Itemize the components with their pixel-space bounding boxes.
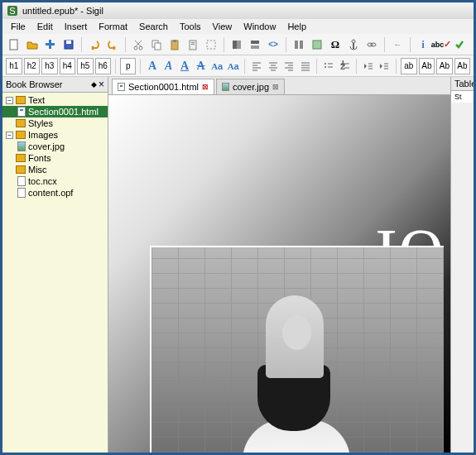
- menubar: File Edit Insert Format Search Tools Vie…: [2, 19, 474, 34]
- uppercase-button[interactable]: Ab: [454, 58, 471, 74]
- insert-file-icon[interactable]: [309, 36, 325, 53]
- titlecase-button[interactable]: Ab: [419, 58, 435, 74]
- html-file-icon: [17, 107, 26, 117]
- svg-rect-6: [66, 41, 71, 44]
- align-left-icon[interactable]: [249, 58, 264, 74]
- editor-content[interactable]: Ю: [108, 95, 450, 453]
- p-button[interactable]: p: [120, 58, 137, 74]
- bold-icon[interactable]: A: [145, 58, 160, 74]
- add-icon[interactable]: [42, 36, 59, 53]
- folder-icon: [16, 131, 26, 139]
- toolbar-main: <> Ω ← i abc✓: [2, 34, 474, 55]
- indent-more-icon[interactable]: [377, 58, 392, 74]
- align-center-icon[interactable]: [266, 58, 281, 74]
- menu-help[interactable]: Help: [282, 20, 311, 33]
- tab-cover[interactable]: cover.jpg ⊠: [216, 79, 285, 94]
- toolbar-format: h1 h2 h3 h4 h5 h6 p A A A A Aa Aa 12 ab …: [2, 55, 474, 77]
- h1-button[interactable]: h1: [6, 58, 22, 74]
- save-icon[interactable]: [60, 36, 77, 53]
- menu-search[interactable]: Search: [134, 20, 173, 33]
- menu-tools[interactable]: Tools: [175, 20, 206, 33]
- redo-icon[interactable]: [104, 36, 121, 53]
- back-icon[interactable]: ←: [389, 36, 406, 53]
- svg-text:2: 2: [340, 61, 345, 71]
- tree-folder-images[interactable]: −Images: [2, 129, 108, 141]
- tab-section0001[interactable]: Section0001.html ⊠: [112, 79, 214, 94]
- file-icon: [17, 188, 26, 198]
- select-icon[interactable]: [203, 36, 219, 53]
- tree-folder-fonts[interactable]: Fonts: [2, 152, 108, 164]
- subscript-icon[interactable]: Aa: [209, 58, 224, 74]
- align-justify-icon[interactable]: [298, 58, 313, 74]
- open-icon[interactable]: [24, 36, 41, 53]
- special-char-icon[interactable]: Ω: [327, 36, 344, 53]
- strike-icon[interactable]: A: [194, 58, 209, 74]
- underline-icon[interactable]: A: [177, 58, 192, 74]
- h6-button[interactable]: h6: [95, 58, 112, 74]
- split-marker-icon[interactable]: [291, 36, 307, 53]
- menu-edit[interactable]: Edit: [32, 20, 58, 33]
- separator: [244, 59, 245, 74]
- align-right-icon[interactable]: [281, 58, 296, 74]
- app-icon: S: [6, 4, 19, 17]
- body-area: Book Browser ◆ × −Text Section0001.html …: [2, 77, 474, 453]
- tree-folder-styles[interactable]: Styles: [2, 117, 108, 129]
- tree-file-content[interactable]: content.opf: [2, 187, 108, 199]
- folder-icon: [16, 119, 26, 127]
- close-tab-icon[interactable]: ⊠: [272, 83, 279, 91]
- cut-icon[interactable]: [130, 36, 147, 53]
- folder-icon: [16, 96, 26, 104]
- svg-rect-17: [233, 41, 237, 49]
- codeview-icon[interactable]: <>: [265, 36, 281, 53]
- menu-insert[interactable]: Insert: [60, 20, 93, 33]
- close-tab-icon[interactable]: ⊠: [202, 83, 209, 91]
- svg-text:S: S: [9, 6, 15, 16]
- validate-icon[interactable]: [451, 36, 468, 53]
- spellcheck-icon[interactable]: abc✓: [433, 36, 450, 53]
- splitview-icon[interactable]: [247, 36, 263, 53]
- tree-folder-misc[interactable]: Misc: [2, 164, 108, 175]
- menu-view[interactable]: View: [208, 20, 238, 33]
- cover-photo: [150, 246, 444, 453]
- list-ol-icon[interactable]: 12: [338, 58, 353, 74]
- superscript-icon[interactable]: Aa: [226, 58, 241, 74]
- new-icon[interactable]: [6, 36, 22, 53]
- clipboard-icon[interactable]: [185, 36, 201, 53]
- link-icon[interactable]: [363, 36, 380, 53]
- sentencecase-button[interactable]: Ab: [436, 58, 453, 74]
- file-tree: −Text Section0001.html Styles −Images co…: [2, 93, 108, 200]
- metadata-icon[interactable]: i: [415, 36, 431, 53]
- copy-icon[interactable]: [148, 36, 165, 53]
- tree-file-toc[interactable]: toc.ncx: [2, 175, 108, 187]
- undo-icon[interactable]: [86, 36, 103, 53]
- svg-rect-2: [10, 40, 17, 50]
- h3-button[interactable]: h3: [41, 58, 58, 74]
- indent-less-icon[interactable]: [361, 58, 376, 74]
- close-panel-icon[interactable]: ×: [99, 79, 104, 90]
- h5-button[interactable]: h5: [77, 58, 94, 74]
- paste-icon[interactable]: [166, 36, 183, 53]
- h4-button[interactable]: h4: [60, 58, 76, 74]
- undock-icon[interactable]: ◆: [91, 80, 97, 89]
- h2-button[interactable]: h2: [24, 58, 41, 74]
- menu-format[interactable]: Format: [94, 20, 132, 33]
- collapse-icon[interactable]: −: [6, 132, 13, 139]
- lowercase-button[interactable]: ab: [401, 58, 417, 74]
- collapse-icon[interactable]: −: [6, 97, 13, 104]
- anchor-icon[interactable]: [345, 36, 362, 53]
- book-browser-header: Book Browser ◆ ×: [2, 77, 108, 93]
- separator: [140, 59, 141, 74]
- menu-file[interactable]: File: [6, 20, 31, 33]
- book-browser-title: Book Browser: [6, 79, 62, 89]
- bookview-icon[interactable]: [228, 36, 245, 53]
- separator: [356, 59, 357, 74]
- separator: [125, 37, 126, 52]
- right-panel-header: Table: [451, 77, 474, 91]
- tree-file-cover[interactable]: cover.jpg: [2, 141, 108, 152]
- italic-icon[interactable]: A: [161, 58, 176, 74]
- folder-icon: [16, 165, 26, 174]
- tree-folder-text[interactable]: −Text: [2, 94, 108, 106]
- list-ul-icon[interactable]: [321, 58, 336, 74]
- menu-window[interactable]: Window: [238, 20, 281, 33]
- tree-file-section0001[interactable]: Section0001.html: [2, 106, 108, 117]
